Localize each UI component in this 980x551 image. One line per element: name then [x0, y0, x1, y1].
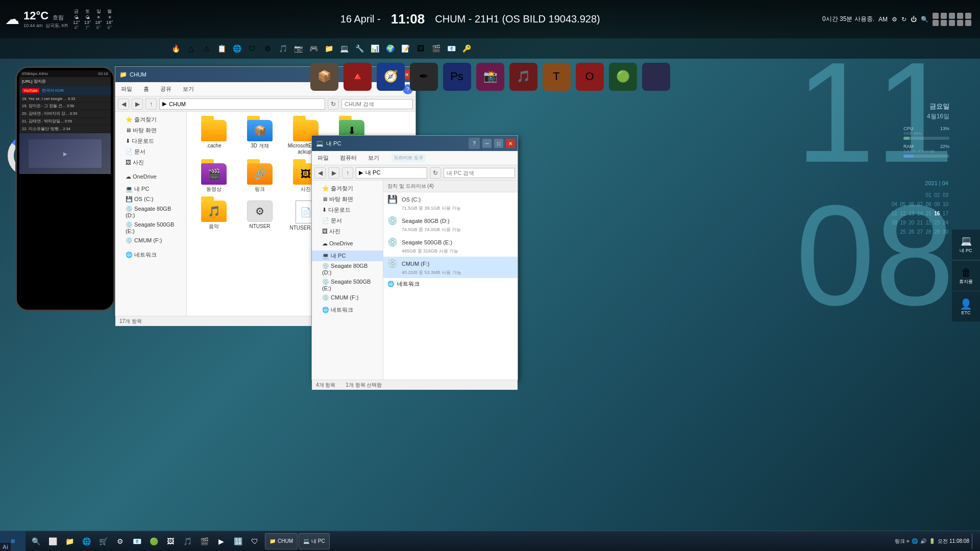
chum-nav-mypc[interactable]: 💻 내 PC	[115, 184, 186, 194]
chum-search-input[interactable]	[341, 99, 413, 109]
chum-forward-btn[interactable]: ▶	[132, 98, 143, 110]
tb-media-icon[interactable]: ▶	[213, 534, 229, 549]
task-mypc[interactable]: 💻 내 PC	[299, 533, 330, 549]
mypc-sidebar-seagate80[interactable]: 💿 Seagate 80GB (D:)	[312, 261, 383, 277]
mypc-sidebar-downloads[interactable]: ⬇ 다운로드	[312, 205, 383, 215]
ql-icon-2[interactable]: △	[184, 41, 198, 56]
app-pen[interactable]: ✒	[410, 63, 438, 91]
ql-icon-12[interactable]: 💻	[337, 41, 351, 56]
mypc-back-btn[interactable]: ◀	[314, 167, 326, 179]
volume-tray-icon[interactable]: 🔊	[920, 538, 926, 544]
ql-icon-6[interactable]: 🛡	[245, 41, 259, 56]
chum-nav-cmum[interactable]: 💿 CMUM (F:)	[115, 236, 186, 245]
mypc-minimize-btn[interactable]: ─	[482, 139, 492, 148]
ql-icon-17[interactable]: 🖼	[413, 41, 428, 56]
file-item-cache[interactable]: .cache	[193, 118, 234, 157]
tb-files-icon[interactable]: 📁	[62, 534, 77, 549]
chum-refresh-btn[interactable]: ↻	[328, 98, 339, 110]
chum-nav-docs[interactable]: 📄 문서	[115, 146, 186, 157]
mypc-toolbar-view[interactable]: 보기	[365, 153, 382, 163]
mypc-sidebar-onedrive[interactable]: ☁ OneDrive	[312, 239, 383, 248]
network-tray-icon[interactable]: 🌐	[912, 538, 918, 544]
tb-calculator-icon[interactable]: 🔢	[230, 534, 246, 549]
refresh-icon[interactable]: ↻	[901, 16, 906, 23]
tb-edge-icon[interactable]: 🌐	[79, 534, 94, 549]
app-chrome[interactable]: 🟢	[609, 63, 637, 91]
app-safari[interactable]: 🧭	[377, 63, 405, 91]
mypc-forward-btn[interactable]: ▶	[328, 167, 339, 179]
mypc-search-input[interactable]	[444, 168, 515, 178]
app-arc[interactable]: 🔺	[344, 63, 372, 91]
battery-tray-icon[interactable]: 🔋	[929, 538, 935, 544]
ql-icon-1[interactable]: 🔥	[168, 41, 183, 56]
app-music[interactable]: 🎵	[509, 63, 537, 91]
chum-nav-seagate500[interactable]: 💿 Seagate 500GB (E:)	[115, 220, 186, 236]
ql-icon-20[interactable]: 🔑	[459, 41, 474, 56]
chum-up-btn[interactable]: ↑	[145, 98, 157, 110]
tb-music-icon[interactable]: 🎵	[180, 534, 195, 549]
app-typora[interactable]: T	[543, 63, 571, 91]
chum-nav-photos[interactable]: 🖼 사진	[115, 157, 186, 168]
chum-nav-downloads[interactable]: ⬇ 다운로드	[115, 136, 186, 146]
app-capture[interactable]: 📸	[476, 63, 504, 91]
ql-icon-3[interactable]: ⚠	[199, 41, 213, 56]
desktop-icon-recycle[interactable]: 🗑 휴지롱	[952, 260, 980, 291]
chum-breadcrumb[interactable]: ▶ CHUM	[159, 98, 325, 110]
tb-settings-icon[interactable]: ⚙	[112, 534, 128, 549]
mypc-help-btn[interactable]: ?	[469, 138, 480, 149]
tb-taskview-icon[interactable]: ⬜	[45, 534, 60, 549]
ql-icon-8[interactable]: 🎵	[276, 41, 290, 56]
ql-icon-9[interactable]: 📷	[291, 41, 305, 56]
task-chum[interactable]: 📁 CHUM	[265, 533, 298, 549]
tb-mail-icon[interactable]: 📧	[129, 534, 144, 549]
mypc-drive-osc[interactable]: 💾 OS (C:) 71.5GB 중 39.1GB 사용 가능	[383, 192, 518, 214]
app-opera[interactable]: O	[576, 63, 604, 91]
search-top-icon[interactable]: 🔍	[921, 16, 928, 23]
mypc-drive-seagate500[interactable]: 💿 Seagate 500GB (E:) 465GB 중 316GB 사용 가능	[383, 235, 518, 257]
ql-icon-4[interactable]: 📋	[214, 41, 229, 56]
file-item-music[interactable]: 🎵 음악	[193, 199, 234, 233]
ql-icon-11[interactable]: 📁	[322, 41, 336, 56]
chum-back-btn[interactable]: ◀	[118, 98, 129, 110]
chum-nav-osc[interactable]: 💾 OS (C:)	[115, 194, 186, 204]
mypc-sidebar-seagate500[interactable]: 💿 Seagate 500GB (E:)	[312, 277, 383, 293]
mypc-sidebar-docs[interactable]: 📄 문서	[312, 215, 383, 226]
desktop-icon-mypc[interactable]: 💻 내 PC	[952, 230, 980, 260]
mypc-refresh-btn[interactable]: ↻	[430, 167, 441, 179]
mypc-network-item[interactable]: 🌐 네트워크	[383, 278, 518, 290]
app-files[interactable]: 📦	[310, 63, 338, 91]
mypc-sidebar-favorites[interactable]: ⭐ 즐겨찾기	[312, 183, 383, 194]
ql-icon-18[interactable]: 🎬	[429, 41, 443, 56]
file-item-ntuser[interactable]: ⚙ NTUSER	[239, 199, 280, 233]
settings-icon[interactable]: ⚙	[892, 16, 897, 23]
mypc-sidebar-cmum[interactable]: 💿 CMUM (F:)	[312, 293, 383, 303]
mypc-close-btn[interactable]: ✕	[506, 139, 515, 148]
chum-nav-desktop[interactable]: 🖥 바탕 화면	[115, 125, 186, 136]
ql-icon-13[interactable]: 🔧	[352, 41, 366, 56]
mypc-drive-seagate80[interactable]: 💿 Seagate 80GB (D:) 74.5GB 중 74.0GB 사용 가…	[383, 214, 518, 235]
tb-chrome-icon[interactable]: 🟢	[146, 534, 161, 549]
file-item-video[interactable]: 🎬 동영상	[193, 162, 234, 194]
mypc-sidebar-desktop[interactable]: 🖥 바탕 화면	[312, 194, 383, 205]
mypc-sidebar-mypc[interactable]: 💻 내 PC	[312, 251, 383, 261]
mypc-up-btn[interactable]: ↑	[342, 167, 353, 179]
ql-icon-19[interactable]: 📧	[444, 41, 458, 56]
ql-icon-16[interactable]: 📝	[398, 41, 412, 56]
file-item-3d[interactable]: 📦 3D 개체	[239, 118, 280, 157]
mypc-toolbar-computer[interactable]: 컴퓨터	[337, 153, 360, 163]
chum-nav-seagate80[interactable]: 💿 Seagate 80GB (D:)	[115, 204, 186, 220]
mypc-sidebar-photos[interactable]: 🖼 사진	[312, 226, 383, 237]
ql-icon-7[interactable]: ⚙	[260, 41, 275, 56]
app-photoshop[interactable]: Ps	[443, 63, 471, 91]
mypc-toolbar-file[interactable]: 파일	[314, 153, 332, 163]
tb-store-icon[interactable]: 🛒	[95, 534, 111, 549]
power-icon[interactable]: ⏻	[911, 16, 917, 23]
mypc-maximize-btn[interactable]: □	[494, 139, 503, 148]
file-item-links[interactable]: 🔗 링크	[239, 162, 280, 194]
ql-icon-14[interactable]: 📊	[368, 41, 382, 56]
tb-search-icon[interactable]: 🔍	[28, 534, 43, 549]
show-desktop-btn[interactable]	[972, 534, 975, 549]
ql-icon-5[interactable]: 🌐	[230, 41, 244, 56]
tb-photo-icon[interactable]: 🖼	[163, 534, 178, 549]
ql-icon-10[interactable]: 🎮	[306, 41, 321, 56]
